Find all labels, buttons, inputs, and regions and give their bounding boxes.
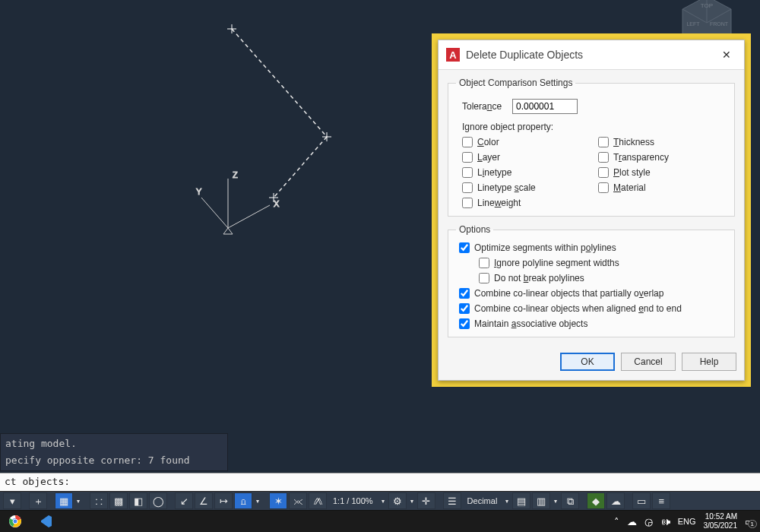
svg-line-5 bbox=[274, 137, 327, 198]
ortho-icon[interactable]: ◧ bbox=[129, 492, 147, 509]
snap-icon[interactable]: ⸬ bbox=[90, 492, 108, 509]
transparency-icon[interactable]: ⨇ bbox=[309, 492, 327, 509]
dialog-titlebar[interactable]: A Delete Duplicate Objects ✕ bbox=[439, 40, 744, 70]
command-input-text: ct objects: bbox=[5, 476, 70, 487]
no-break-polylines-checkbox[interactable] bbox=[479, 273, 489, 283]
command-input[interactable]: ct objects: bbox=[0, 473, 760, 491]
cancel-button[interactable]: Cancel bbox=[621, 353, 676, 371]
osnap-icon[interactable]: ↙ bbox=[175, 492, 193, 509]
dropdown-icon[interactable]: ▾ bbox=[74, 492, 82, 509]
track-icon[interactable]: ↦ bbox=[214, 492, 233, 509]
notification-count: 1 bbox=[748, 520, 757, 528]
delete-duplicate-dialog: A Delete Duplicate Objects ✕ Object Comp… bbox=[438, 40, 745, 381]
ignore-property-label: Ignore object property: bbox=[462, 122, 727, 132]
ignore-ltscale-label: Linetype scale bbox=[477, 182, 536, 193]
dyn-input-icon[interactable]: ✶ bbox=[269, 492, 287, 509]
viewcube-front-label: FRONT bbox=[710, 21, 729, 27]
ignore-seg-widths-label: Ignore polyline segment widths bbox=[494, 258, 619, 268]
crosshair-icon[interactable]: ✛ bbox=[417, 492, 435, 509]
lineweight-icon[interactable]: ⩙ bbox=[289, 492, 307, 509]
ignore-layer-checkbox[interactable] bbox=[462, 152, 473, 163]
ruler-icon[interactable]: ☰ bbox=[443, 492, 461, 509]
optimize-segments-checkbox[interactable] bbox=[459, 242, 470, 253]
onedrive-icon[interactable]: ☁ bbox=[627, 517, 637, 527]
system-clock[interactable]: 10:52 AM 3/05/2021 bbox=[704, 512, 738, 530]
ignore-thickness-checkbox[interactable] bbox=[598, 137, 609, 147]
panel2-icon[interactable]: ▥ bbox=[532, 492, 550, 509]
help-button[interactable]: Help bbox=[682, 353, 736, 371]
dropdown-icon[interactable]: ▾ bbox=[254, 492, 261, 509]
ignore-linetype-checkbox[interactable] bbox=[462, 167, 473, 178]
ignore-thickness-label: Thickness bbox=[613, 137, 654, 147]
combine-overlap-label: Combine co-linear objects that partially… bbox=[474, 288, 663, 299]
options-group: Options Optimize segments within polylin… bbox=[448, 224, 735, 337]
ignore-transparency-label: Transparency bbox=[613, 152, 669, 163]
hw-accel-icon[interactable]: ◆ bbox=[587, 492, 605, 509]
ignore-plotstyle-label: Plot style bbox=[613, 167, 651, 178]
ignore-color-label: Color bbox=[477, 137, 499, 147]
language-indicator[interactable]: ENG bbox=[678, 517, 696, 526]
ignore-seg-widths-checkbox[interactable] bbox=[479, 258, 489, 268]
dropdown-icon[interactable]: ▾ bbox=[379, 492, 387, 509]
ok-button[interactable]: OK bbox=[560, 353, 615, 371]
tolerance-label: Tolerance bbox=[462, 101, 502, 112]
command-history: ating model. pecify opposite corner: 7 f… bbox=[0, 433, 228, 471]
chevron-down-icon[interactable]: ▾ bbox=[3, 492, 21, 509]
svg-marker-22 bbox=[41, 515, 52, 527]
notification-icon[interactable]: ▭ 1 bbox=[745, 517, 754, 527]
speaker-icon[interactable]: 🕪 bbox=[660, 517, 670, 527]
angle-icon[interactable]: ∠ bbox=[195, 492, 213, 509]
units-label[interactable]: Decimal bbox=[463, 496, 502, 505]
combine-overlap-checkbox[interactable] bbox=[459, 288, 470, 299]
chrome-icon[interactable] bbox=[0, 511, 30, 532]
group-label: Object Comparison Settings bbox=[456, 78, 575, 88]
ignore-ltscale-checkbox[interactable] bbox=[462, 182, 473, 193]
menu-icon[interactable]: ≡ bbox=[652, 492, 670, 509]
ignore-lineweight-checkbox[interactable] bbox=[462, 198, 473, 208]
iso-icon[interactable]: ▭ bbox=[632, 492, 651, 509]
polar-icon[interactable]: ◯ bbox=[149, 492, 167, 509]
svg-line-12 bbox=[228, 205, 270, 228]
qp-icon[interactable]: ⧉ bbox=[561, 492, 579, 509]
clock-time: 10:52 AM bbox=[704, 512, 738, 521]
vscode-icon[interactable] bbox=[30, 511, 61, 532]
cloud-icon[interactable]: ☁ bbox=[606, 492, 625, 509]
plus-icon[interactable]: ＋ bbox=[29, 492, 47, 509]
no-break-polylines-label: Do not break polylines bbox=[494, 273, 584, 283]
ignore-transparency-checkbox[interactable] bbox=[598, 152, 609, 163]
3dosnap-icon[interactable]: ⩍ bbox=[234, 492, 252, 509]
maintain-assoc-label: Maintain associative objects bbox=[474, 318, 587, 329]
clock-date: 3/05/2021 bbox=[704, 521, 738, 530]
gear-icon[interactable]: ⚙ bbox=[388, 492, 407, 509]
optimize-segments-label: Optimize segments within polylines bbox=[474, 242, 616, 253]
windows-taskbar: ˄ ☁ ◶ 🕪 ENG 10:52 AM 3/05/2021 ▭ 1 bbox=[0, 511, 760, 532]
dialog-title: Delete Duplicate Objects bbox=[466, 49, 583, 61]
dropdown-icon[interactable]: ▾ bbox=[552, 492, 559, 509]
dialog-highlight-wrap: A Delete Duplicate Objects ✕ Object Comp… bbox=[432, 33, 751, 387]
svg-line-4 bbox=[232, 29, 327, 137]
ignore-color-checkbox[interactable] bbox=[462, 137, 473, 147]
status-toolbar: ▾ ＋ ▦ ▾ ⸬ ▩ ◧ ◯ ↙ ∠ ↦ ⩍ ▾ ✶ ⩙ ⨇ 1:1 / 10… bbox=[0, 491, 760, 511]
dropdown-icon[interactable]: ▾ bbox=[408, 492, 416, 509]
close-button[interactable]: ✕ bbox=[717, 46, 736, 63]
ignore-material-label: Material bbox=[613, 182, 646, 193]
panel1-icon[interactable]: ▤ bbox=[512, 492, 530, 509]
cmd-history-line: ating model. bbox=[5, 437, 223, 451]
wifi-icon[interactable]: ◶ bbox=[644, 517, 653, 527]
svg-marker-18 bbox=[223, 228, 233, 234]
grid-mode-icon[interactable]: ▦ bbox=[55, 492, 73, 509]
ignore-plotstyle-checkbox[interactable] bbox=[598, 167, 609, 178]
combine-endtoend-label: Combine co-linear objects when aligned e… bbox=[474, 303, 682, 314]
grid-icon[interactable]: ▩ bbox=[109, 492, 128, 509]
svg-line-13 bbox=[201, 198, 228, 228]
maintain-assoc-checkbox[interactable] bbox=[459, 318, 470, 329]
cmd-history-line: pecify opposite corner: 7 found bbox=[5, 454, 223, 467]
object-comparison-group: Object Comparison Settings Tolerance Ign… bbox=[448, 78, 735, 217]
combine-endtoend-checkbox[interactable] bbox=[459, 303, 470, 314]
svg-text:X: X bbox=[274, 199, 280, 208]
dropdown-icon[interactable]: ▾ bbox=[503, 492, 511, 509]
ignore-material-checkbox[interactable] bbox=[598, 182, 609, 193]
tray-chevron-up-icon[interactable]: ˄ bbox=[614, 517, 619, 527]
tolerance-input[interactable] bbox=[512, 99, 578, 114]
zoom-scale-label[interactable]: 1:1 / 100% bbox=[328, 496, 378, 505]
